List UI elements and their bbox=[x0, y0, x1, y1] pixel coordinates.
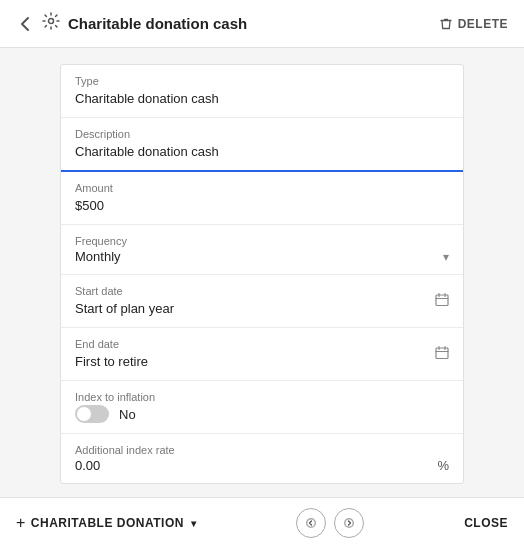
delete-button[interactable]: DELETE bbox=[439, 17, 508, 31]
dropdown-chevron-icon: ▾ bbox=[191, 518, 197, 529]
inflation-toggle[interactable] bbox=[75, 405, 109, 423]
start-date-field[interactable]: Start date Start of plan year bbox=[61, 275, 463, 328]
toggle-row: No bbox=[75, 405, 449, 423]
amount-label: Amount bbox=[75, 182, 449, 194]
back-button[interactable] bbox=[16, 14, 34, 34]
add-charitable-donation-button[interactable]: + CHARITABLE DONATION ▾ bbox=[16, 514, 196, 532]
svg-point-3 bbox=[307, 519, 316, 528]
settings-icon bbox=[42, 12, 60, 35]
footer-nav bbox=[296, 508, 364, 538]
description-input[interactable] bbox=[75, 144, 449, 159]
end-date-field[interactable]: End date First to retire bbox=[61, 328, 463, 381]
main-content: Type Charitable donation cash Descriptio… bbox=[0, 48, 524, 497]
add-label: CHARITABLE DONATION bbox=[31, 516, 184, 530]
next-button[interactable] bbox=[334, 508, 364, 538]
calendar-icon-end bbox=[435, 346, 449, 363]
additional-index-rate-input[interactable] bbox=[75, 458, 243, 473]
end-date-value: First to retire bbox=[75, 354, 148, 369]
svg-point-4 bbox=[345, 519, 354, 528]
svg-rect-2 bbox=[436, 348, 448, 359]
frequency-label: Frequency bbox=[75, 235, 449, 247]
index-to-inflation-field: Index to inflation No bbox=[61, 381, 463, 434]
delete-label: DELETE bbox=[458, 17, 508, 31]
footer: + CHARITABLE DONATION ▾ CLOSE bbox=[0, 497, 524, 548]
svg-point-0 bbox=[49, 19, 54, 24]
additional-index-rate-label: Additional index rate bbox=[75, 444, 449, 456]
additional-index-rate-field[interactable]: Additional index rate % bbox=[61, 434, 463, 483]
start-date-value: Start of plan year bbox=[75, 301, 174, 316]
end-date-label: End date bbox=[75, 338, 449, 350]
calendar-icon bbox=[435, 293, 449, 310]
footer-left: + CHARITABLE DONATION ▾ bbox=[16, 514, 196, 532]
previous-button[interactable] bbox=[296, 508, 326, 538]
frequency-field[interactable]: Frequency Monthly ▾ bbox=[61, 225, 463, 275]
close-button[interactable]: CLOSE bbox=[464, 516, 508, 530]
header-left: Charitable donation cash bbox=[16, 12, 247, 35]
percent-sign: % bbox=[437, 458, 449, 473]
description-label: Description bbox=[75, 128, 449, 140]
type-label: Type bbox=[75, 75, 449, 87]
page-title: Charitable donation cash bbox=[68, 15, 247, 32]
type-field: Type Charitable donation cash bbox=[61, 65, 463, 118]
toggle-label: No bbox=[119, 407, 136, 422]
close-label: CLOSE bbox=[464, 516, 508, 530]
percent-field-row: % bbox=[75, 458, 449, 473]
amount-input[interactable] bbox=[75, 198, 449, 213]
start-date-label: Start date bbox=[75, 285, 449, 297]
svg-rect-1 bbox=[436, 295, 448, 306]
header: Charitable donation cash DELETE bbox=[0, 0, 524, 48]
form-section: Type Charitable donation cash Descriptio… bbox=[60, 64, 464, 484]
amount-field[interactable]: Amount bbox=[61, 172, 463, 225]
description-field[interactable]: Description bbox=[61, 118, 463, 172]
plus-icon: + bbox=[16, 514, 26, 532]
frequency-dropdown[interactable]: Monthly ▾ bbox=[75, 249, 449, 264]
frequency-value: Monthly bbox=[75, 249, 121, 264]
index-to-inflation-label: Index to inflation bbox=[75, 391, 449, 403]
chevron-down-icon: ▾ bbox=[443, 250, 449, 264]
type-value: Charitable donation cash bbox=[75, 91, 219, 106]
